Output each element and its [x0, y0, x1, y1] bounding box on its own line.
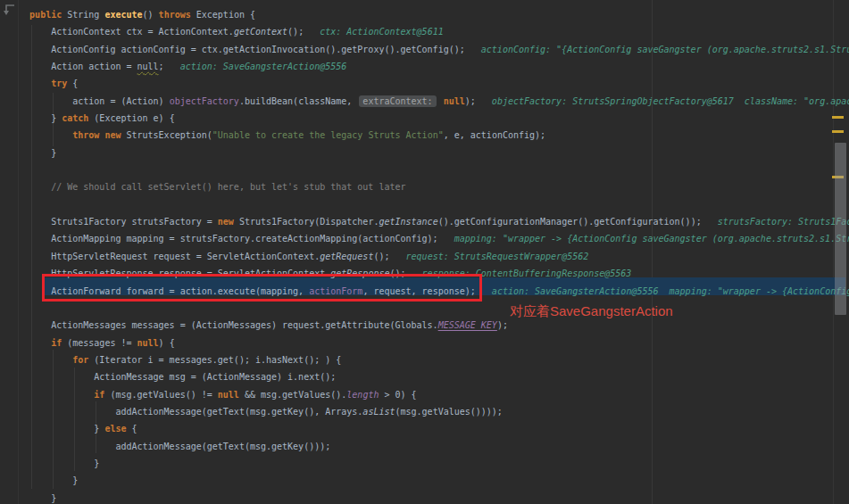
inline-debug-hint: mapping: "wrapper -> {ActionConfig saveG…: [438, 234, 849, 244]
annotation-text: 对应着SaveGangsterAction: [510, 303, 673, 320]
code-line-26[interactable]: addActionMessage(getText(msg.getKey()));: [0, 438, 849, 455]
code-token: null: [218, 390, 239, 400]
code-token: if: [51, 338, 62, 348]
code-token: throws: [159, 10, 191, 20]
code-line-11[interactable]: // We should call setServlet() here, but…: [0, 178, 849, 195]
code-line-23[interactable]: if (msg.getValues() != null && msg.getVa…: [0, 386, 849, 403]
code-token: ActionMapping mapping = strutsFactory.cr…: [8, 234, 438, 244]
stripe-warning-mark[interactable]: [832, 130, 844, 133]
code-line-24[interactable]: addActionMessage(getText(msg.getKey(), A…: [0, 403, 849, 420]
code-token: && msg.getValues().: [239, 390, 346, 400]
code-token: [8, 78, 51, 88]
inline-debug-hint: actionConfig: "{ActionConfig saveGangste…: [465, 45, 849, 54]
code-token: String: [62, 10, 104, 20]
code-token: (msg.getValues() !=: [104, 390, 217, 400]
code-line-7[interactable]: } catch (Exception e) {: [0, 110, 849, 127]
inline-debug-hint: action: SaveGangsterAction@5556 mapping:…: [476, 286, 849, 296]
code-line-18[interactable]: [0, 300, 849, 317]
scrollbar[interactable]: [833, 0, 849, 504]
code-token: {: [126, 424, 137, 434]
code-lines: public String execute() throws Exception…: [0, 6, 849, 504]
code-line-4[interactable]: Action action = null; action: SaveGangst…: [0, 58, 849, 75]
code-line-28[interactable]: }: [0, 472, 849, 489]
code-token: (Iterator i = messages.get(); i.hasNext(…: [88, 355, 341, 365]
code-line-2[interactable]: ActionContext ctx = ActionContext.getCon…: [0, 23, 849, 40]
code-token: objectFactory: [170, 96, 239, 106]
code-token: HttpServletRequest request = ServletActi…: [8, 252, 320, 261]
code-token: );: [465, 96, 476, 106]
code-token: ) {: [159, 338, 175, 348]
code-token: null: [444, 96, 465, 106]
code-token: [8, 390, 94, 400]
code-token: ();: [287, 27, 304, 37]
code-token: StrutsException(: [121, 130, 212, 140]
code-token: public: [29, 10, 62, 20]
code-token: }: [8, 459, 99, 468]
code-token: }: [8, 113, 62, 123]
inline-debug-hint: strutsFactory: Struts1Fac: [702, 217, 849, 227]
code-token: null: [137, 62, 159, 71]
code-token: action = (Action): [8, 96, 170, 106]
code-token: [8, 130, 72, 140]
code-token: Exception {: [191, 10, 255, 20]
code-token: }: [8, 475, 78, 485]
param-name-hint: extraContext:: [359, 95, 436, 107]
code-token: Struts1Factory strutsFactory =: [8, 217, 218, 227]
code-token: (messages !=: [62, 338, 137, 348]
code-token: addActionMessage(getText(msg.getKey()));: [8, 442, 330, 451]
code-token: ().getConfigurationManager().getConfigur…: [438, 217, 702, 227]
code-line-29[interactable]: }: [0, 490, 849, 504]
code-line-1[interactable]: public String execute() throws Exception…: [0, 6, 849, 23]
code-line-22[interactable]: ActionMessage msg = (ActionMessage) i.ne…: [0, 368, 849, 385]
code-line-9[interactable]: }: [0, 145, 849, 161]
code-token: [8, 355, 72, 365]
code-line-27[interactable]: }: [0, 455, 849, 472]
code-token: new: [104, 130, 121, 140]
code-line-3[interactable]: ActionConfig actionConfig = ctx.getActio…: [0, 41, 849, 58]
code-line-8[interactable]: throw new StrutsException("Unable to cre…: [0, 127, 849, 144]
code-line-14[interactable]: ActionMapping mapping = strutsFactory.cr…: [0, 230, 849, 247]
code-line-10[interactable]: [0, 161, 849, 178]
inline-debug-hint: objectFactory: StrutsSpringObjectFactory…: [476, 96, 849, 106]
code-token: for: [72, 355, 88, 365]
scrollbar-thumb[interactable]: [835, 143, 846, 315]
inline-debug-hint: request: StrutsRequestWrapper@5562: [389, 252, 588, 261]
stripe-warning-mark[interactable]: [832, 116, 844, 119]
code-token: execute: [104, 10, 142, 20]
code-token: else: [104, 424, 126, 434]
code-token: ();: [373, 252, 389, 261]
code-token: getContext: [234, 27, 287, 37]
code-line-15[interactable]: HttpServletRequest request = ServletActi…: [0, 248, 849, 265]
inline-debug-hint: action: SaveGangsterAction@5556: [164, 62, 347, 71]
code-token: }: [8, 424, 104, 434]
code-line-13[interactable]: Struts1Factory strutsFactory = new Strut…: [0, 213, 849, 230]
code-line-25[interactable]: } else {: [0, 420, 849, 437]
code-token: length: [346, 390, 379, 400]
code-token: null: [137, 338, 159, 348]
code-token: Struts1Factory(Dispatcher.: [234, 217, 379, 227]
code-line-20[interactable]: if (messages != null) {: [0, 335, 849, 351]
code-token: > 0) {: [379, 390, 416, 400]
code-line-12[interactable]: [0, 196, 849, 213]
code-line-6[interactable]: action = (Action) objectFactory.buildBea…: [0, 93, 849, 110]
code-token: if: [94, 390, 104, 400]
code-token: , e, actionConfig);: [444, 130, 545, 140]
code-line-19[interactable]: ActionMessages messages = (ActionMessage…: [0, 317, 849, 334]
code-token: (Exception e) {: [88, 113, 174, 123]
code-token: );: [497, 320, 508, 330]
code-token: (msg.getValues())));: [395, 407, 502, 417]
code-line-21[interactable]: for (Iterator i = messages.get(); i.hasN…: [0, 351, 849, 368]
code-line-5[interactable]: try {: [0, 75, 849, 92]
code-token: try: [51, 78, 67, 88]
code-token: ActionConfig actionConfig = ctx.getActio…: [8, 45, 465, 54]
code-token: "Unable to create the legacy Struts Acti…: [212, 130, 444, 140]
red-annotation-box: [42, 274, 482, 302]
code-token: [8, 338, 51, 348]
code-editor[interactable]: public String execute() throws Exception…: [0, 0, 849, 504]
code-token: throw: [72, 130, 99, 140]
code-token: ActionContext ctx = ActionContext.: [8, 27, 234, 37]
code-token: {: [67, 78, 78, 88]
code-token: ActionMessages messages = (ActionMessage…: [8, 320, 438, 330]
code-token: Action action =: [8, 62, 137, 71]
code-token: }: [8, 148, 56, 158]
